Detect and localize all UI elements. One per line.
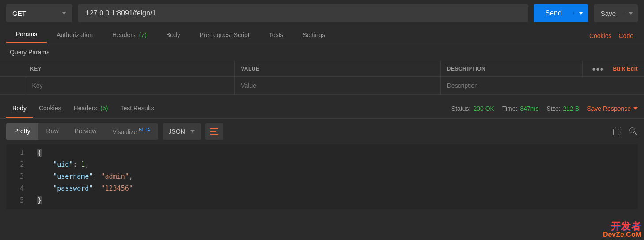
time-value: 847ms [520, 105, 538, 112]
line-number: 2 [6, 159, 37, 171]
table-row[interactable]: Key Value Description [0, 77, 644, 95]
key-input[interactable]: Key [26, 77, 235, 95]
col-value: VALUE [235, 61, 441, 77]
search-icon[interactable] [629, 127, 638, 136]
view-mode-tabs: Pretty Raw Preview VisualizeBETA [6, 123, 158, 140]
save-response-button[interactable]: Save Response [587, 105, 638, 112]
tab-headers[interactable]: Headers (7) [102, 27, 156, 43]
watermark-line1: 开发者 [603, 221, 641, 231]
language-value: JSON [169, 128, 185, 135]
code-content: } [37, 195, 42, 206]
col-description: DESCRIPTION [440, 61, 582, 77]
code-link[interactable]: Code [619, 32, 633, 39]
bulk-edit-link[interactable]: Bulk Edit [613, 66, 638, 72]
mode-raw[interactable]: Raw [38, 123, 67, 140]
value-input[interactable]: Value [235, 77, 441, 95]
code-content: { [37, 147, 42, 159]
save-response-label: Save Response [587, 105, 631, 112]
code-line: 4 "password": "123456" [6, 183, 638, 195]
params-table: KEY VALUE DESCRIPTION ••• Bulk Edit Key … [0, 61, 644, 95]
query-params-title: Query Params [0, 43, 644, 61]
status-label: Status: [451, 105, 471, 112]
tab-authorization[interactable]: Authorization [47, 27, 102, 43]
res-headers-count: (5) [100, 105, 108, 112]
watermark-line2: DevZe.CoM [603, 231, 641, 238]
code-line: 2 "uid": 1, [6, 159, 638, 171]
chevron-down-icon [629, 12, 633, 15]
tab-params[interactable]: Params [6, 26, 47, 43]
status-value: 200 OK [473, 105, 494, 112]
beta-badge: BETA [139, 128, 150, 132]
code-content: "password": "123456" [37, 183, 133, 195]
save-button-label: Save [594, 10, 623, 17]
code-content: "uid": 1, [37, 159, 89, 171]
more-options-icon[interactable]: ••• [592, 67, 604, 71]
tab-prerequest[interactable]: Pre-request Script [190, 27, 259, 43]
code-content: "username": "admin", [37, 171, 133, 183]
chevron-down-icon [190, 130, 195, 133]
time-label: Time: [502, 105, 517, 112]
line-number: 4 [6, 183, 37, 195]
mode-visualize-label: Visualize [112, 128, 137, 135]
send-button[interactable]: Send [534, 4, 588, 22]
res-tab-test-results[interactable]: Test Results [114, 99, 160, 118]
request-tabs: Params Authorization Headers (7) Body Pr… [0, 26, 644, 43]
save-button[interactable]: Save [594, 4, 638, 22]
response-body-viewer[interactable]: 1{2 "uid": 1,3 "username": "admin",4 "pa… [6, 144, 638, 209]
mode-visualize[interactable]: VisualizeBETA [104, 123, 158, 140]
res-tab-headers[interactable]: Headers (5) [68, 99, 114, 118]
cookies-link[interactable]: Cookies [589, 32, 612, 39]
mode-preview[interactable]: Preview [67, 123, 105, 140]
chevron-down-icon [633, 107, 638, 110]
wrap-icon [210, 128, 218, 135]
line-number: 3 [6, 171, 37, 183]
send-dropdown-toggle[interactable] [573, 12, 588, 15]
size-label: Size: [546, 105, 560, 112]
tab-settings[interactable]: Settings [293, 27, 335, 43]
response-meta: Status:200 OK Time:847ms Size:212 B Save… [451, 105, 638, 112]
tab-headers-label: Headers [112, 31, 136, 38]
code-line: 1{ [6, 147, 638, 159]
res-tab-headers-label: Headers [74, 105, 97, 112]
save-dropdown-toggle[interactable] [623, 12, 638, 15]
wrap-toggle-button[interactable] [205, 123, 223, 140]
col-key: KEY [0, 61, 235, 77]
http-method-select[interactable]: GET [6, 4, 72, 22]
tab-body[interactable]: Body [156, 27, 190, 43]
http-method-value: GET [12, 10, 26, 17]
size-value: 212 B [563, 105, 580, 112]
description-input[interactable]: Description [440, 77, 644, 95]
chevron-down-icon [579, 12, 583, 15]
url-input[interactable] [78, 4, 528, 22]
line-number: 1 [6, 147, 37, 159]
tab-tests[interactable]: Tests [259, 27, 293, 43]
chevron-down-icon [62, 12, 66, 15]
res-tab-cookies[interactable]: Cookies [33, 99, 68, 118]
code-line: 3 "username": "admin", [6, 171, 638, 183]
res-tab-body[interactable]: Body [6, 99, 33, 118]
send-button-label: Send [534, 9, 573, 17]
language-select[interactable]: JSON [163, 123, 201, 140]
response-tabs: Body Cookies Headers (5) Test Results [6, 99, 160, 118]
code-line: 5} [6, 195, 638, 206]
copy-icon[interactable] [613, 127, 622, 136]
watermark: 开发者 DevZe.CoM [603, 221, 641, 238]
headers-count: (7) [139, 31, 147, 38]
mode-pretty[interactable]: Pretty [6, 123, 38, 140]
line-number: 5 [6, 195, 37, 206]
